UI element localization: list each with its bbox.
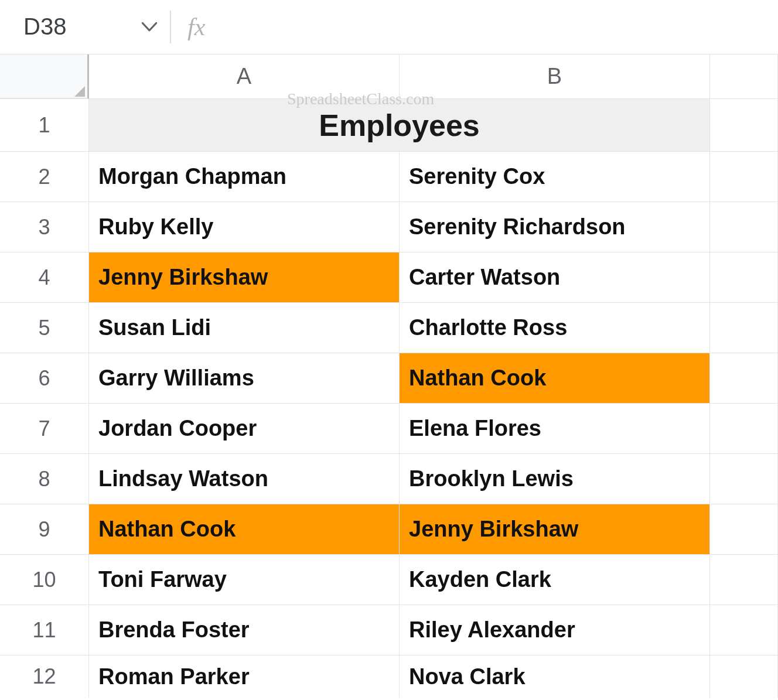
spreadsheet-grid[interactable]: SpreadsheetClass.com A B 1 Employees 2 M… <box>0 54 778 698</box>
cell-c9[interactable] <box>710 504 778 555</box>
row-header-7[interactable]: 7 <box>0 404 89 454</box>
name-box-dropdown-icon[interactable] <box>142 22 157 32</box>
name-box-value: D38 <box>23 13 66 40</box>
row-header-6[interactable]: 6 <box>0 353 89 404</box>
cell-c10[interactable] <box>710 555 778 605</box>
cell-c1[interactable] <box>710 99 778 152</box>
cell-b3[interactable]: Serenity Richardson <box>400 202 710 252</box>
row-header-4[interactable]: 4 <box>0 252 89 303</box>
cell-a2[interactable]: Morgan Chapman <box>89 152 400 202</box>
cell-c8[interactable] <box>710 454 778 504</box>
cell-a8[interactable]: Lindsay Watson <box>89 454 400 504</box>
cell-a5[interactable]: Susan Lidi <box>89 303 400 353</box>
cell-b10[interactable]: Kayden Clark <box>400 555 710 605</box>
cell-b5[interactable]: Charlotte Ross <box>400 303 710 353</box>
cell-b4[interactable]: Carter Watson <box>400 252 710 303</box>
fx-icon: fx <box>187 13 205 41</box>
cell-c7[interactable] <box>710 404 778 454</box>
row-header-10[interactable]: 10 <box>0 555 89 605</box>
cell-c12[interactable] <box>710 655 778 698</box>
cell-b9[interactable]: Jenny Birkshaw <box>400 504 710 555</box>
row-header-3[interactable]: 3 <box>0 202 89 252</box>
col-header-a[interactable]: A <box>89 54 400 99</box>
cell-a3[interactable]: Ruby Kelly <box>89 202 400 252</box>
cell-c5[interactable] <box>710 303 778 353</box>
separator <box>170 11 171 43</box>
cell-a7[interactable]: Jordan Cooper <box>89 404 400 454</box>
title-cell[interactable]: Employees <box>89 99 710 152</box>
select-all-corner[interactable] <box>0 54 89 99</box>
formula-bar-region: D38 fx <box>0 0 778 54</box>
col-header-c-partial[interactable] <box>710 54 778 99</box>
cell-b6[interactable]: Nathan Cook <box>400 353 710 404</box>
formula-input[interactable] <box>205 11 766 43</box>
cell-b2[interactable]: Serenity Cox <box>400 152 710 202</box>
name-box[interactable]: D38 <box>12 9 164 45</box>
row-header-5[interactable]: 5 <box>0 303 89 353</box>
cell-b12[interactable]: Nova Clark <box>400 655 710 698</box>
row-header-9[interactable]: 9 <box>0 504 89 555</box>
cell-b7[interactable]: Elena Flores <box>400 404 710 454</box>
row-header-8[interactable]: 8 <box>0 454 89 504</box>
cell-c6[interactable] <box>710 353 778 404</box>
cell-a12[interactable]: Roman Parker <box>89 655 400 698</box>
cell-c11[interactable] <box>710 605 778 655</box>
col-header-b[interactable]: B <box>400 54 710 99</box>
cell-b11[interactable]: Riley Alexander <box>400 605 710 655</box>
row-header-1[interactable]: 1 <box>0 99 89 152</box>
row-header-11[interactable]: 11 <box>0 605 89 655</box>
cell-a11[interactable]: Brenda Foster <box>89 605 400 655</box>
cell-c3[interactable] <box>710 202 778 252</box>
cell-a4[interactable]: Jenny Birkshaw <box>89 252 400 303</box>
cell-a6[interactable]: Garry Williams <box>89 353 400 404</box>
cell-b8[interactable]: Brooklyn Lewis <box>400 454 710 504</box>
row-header-12[interactable]: 12 <box>0 655 89 698</box>
cell-c4[interactable] <box>710 252 778 303</box>
cell-a9[interactable]: Nathan Cook <box>89 504 400 555</box>
cell-a10[interactable]: Toni Farway <box>89 555 400 605</box>
cell-c2[interactable] <box>710 152 778 202</box>
row-header-2[interactable]: 2 <box>0 152 89 202</box>
